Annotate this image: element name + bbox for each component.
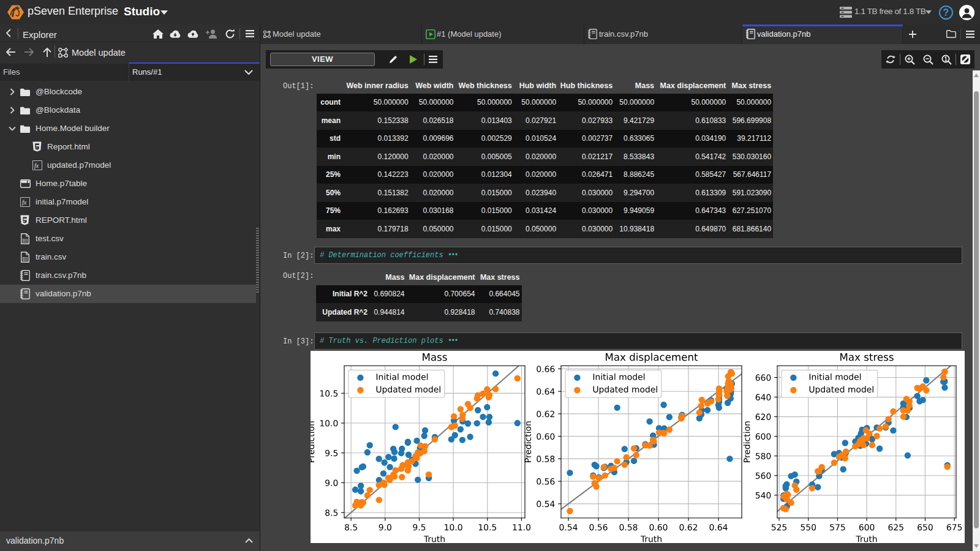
svg-text:fx: fx: [22, 199, 27, 206]
svg-text:fx: fx: [34, 162, 39, 169]
